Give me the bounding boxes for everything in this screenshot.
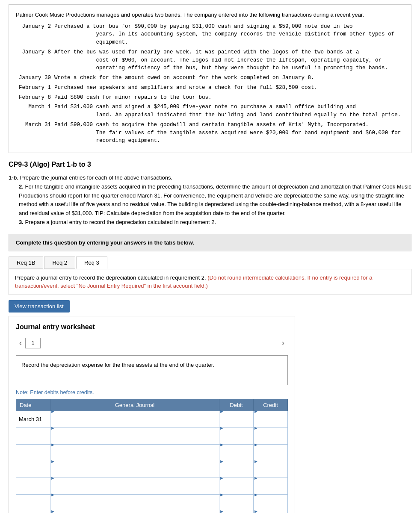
row1-journal-cell[interactable]: ► xyxy=(50,411,219,428)
row5-journal-input[interactable] xyxy=(50,481,219,497)
row1-journal-input[interactable] xyxy=(50,414,219,430)
problem-box: Palmer Cook Music Productions manages an… xyxy=(9,4,411,153)
col-header-journal: General Journal xyxy=(50,399,219,411)
table-row: March 31 ► ► ► xyxy=(16,411,288,428)
prev-arrow[interactable]: ‹ xyxy=(16,337,25,349)
tab-req2[interactable]: Req 2 xyxy=(44,256,75,269)
entry-mar31: March 31 Paid $90,000 cash to acquire th… xyxy=(16,121,404,145)
worksheet-box: Journal entry worksheet ‹ 1 › Record the… xyxy=(9,316,295,513)
row1-date: March 31 xyxy=(16,411,50,428)
tab-req3[interactable]: Req 3 xyxy=(76,256,107,269)
row6-journal-input[interactable] xyxy=(50,498,219,513)
row3-journal-input[interactable] xyxy=(50,448,219,464)
row2-date xyxy=(16,428,50,444)
row4-date xyxy=(16,461,50,478)
entry-jan8: January 8 After the bus was used for nea… xyxy=(16,48,404,72)
problem-intro: Palmer Cook Music Productions manages an… xyxy=(16,11,404,19)
entry-mar1: March 1 Paid $31,000 cash and signed a $… xyxy=(16,103,404,119)
instruction-1b: 1-b. Prepare the journal entries for eac… xyxy=(9,174,411,183)
entry-jan2: January 2 Purchased a tour bus for $90,0… xyxy=(16,23,404,47)
tab-req1b[interactable]: Req 1B xyxy=(9,256,43,269)
instructions: 1-b. Prepare the journal entries for eac… xyxy=(9,174,411,227)
tab-req2-label: Req 2 xyxy=(52,259,67,266)
description-box: Record the depreciation expense for the … xyxy=(16,355,288,385)
worksheet-title: Journal entry worksheet xyxy=(16,323,288,331)
row3-date xyxy=(16,444,50,461)
instruction-2: 2. For the tangible and intangible asset… xyxy=(19,183,411,218)
tab-req1b-label: Req 1B xyxy=(17,259,35,266)
row4-journal-input[interactable] xyxy=(50,464,219,481)
row6-date xyxy=(16,494,50,511)
view-transaction-row: View transaction list xyxy=(9,300,411,313)
view-transaction-btn[interactable]: View transaction list xyxy=(9,300,70,313)
journal-table: Date General Journal Debit Credit March … xyxy=(16,399,288,513)
col-header-date: Date xyxy=(16,399,50,411)
entry-feb8: February 8 Paid $800 cash for minor repa… xyxy=(16,94,404,102)
tabs-row: Req 1B Req 2 Req 3 xyxy=(9,256,411,269)
instruction-sub-main: Prepare a journal entry to record the de… xyxy=(15,274,206,281)
instruction-sub-box: Prepare a journal entry to record the de… xyxy=(9,269,411,295)
page-number: 1 xyxy=(25,338,41,348)
info-bar-text: Complete this question by entering your … xyxy=(16,239,194,246)
entry-feb1: February 1 Purchased new speakers and am… xyxy=(16,84,404,92)
instruction-3: 3. Prepare a journal entry to record the… xyxy=(19,218,411,227)
next-arrow[interactable]: › xyxy=(278,337,288,349)
tab-req3-label: Req 3 xyxy=(84,259,99,266)
entry-jan30: January 30 Wrote a check for the amount … xyxy=(16,74,404,82)
section-heading: CP9-3 (Algo) Part 1-b to 3 xyxy=(9,161,411,168)
nav-row: ‹ 1 › xyxy=(16,337,288,349)
row5-date xyxy=(16,478,50,494)
row7-date xyxy=(16,511,50,513)
info-bar: Complete this question by entering your … xyxy=(9,234,411,251)
description-text: Record the depreciation expense for the … xyxy=(21,362,214,368)
row2-journal-input[interactable] xyxy=(50,431,219,447)
note-text: Note: Enter debits before credits. xyxy=(16,389,288,395)
